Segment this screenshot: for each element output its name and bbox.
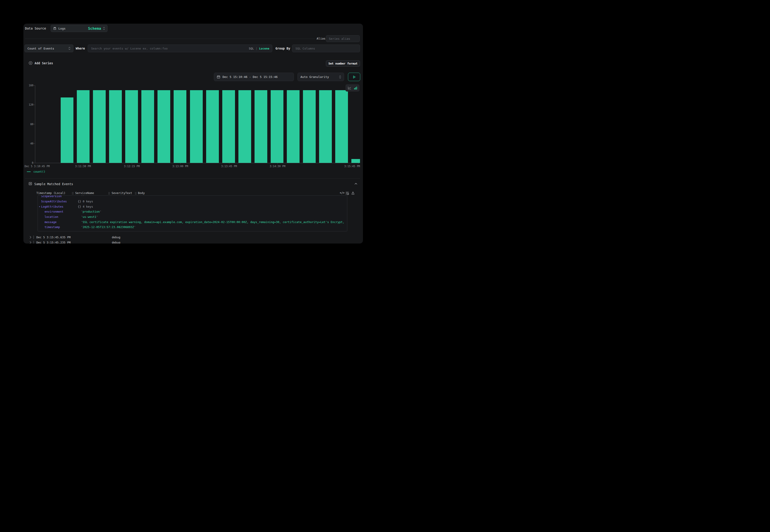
wrap-lines-icon[interactable] — [345, 191, 349, 195]
y-axis-tick-label: 0 — [23, 161, 33, 164]
detail-row[interactable]: timestamp "2025-12-05T13:57:23.082306893… — [38, 225, 347, 230]
granularity-select[interactable]: Auto Granularity — [297, 73, 344, 81]
download-icon[interactable] — [351, 191, 355, 195]
detail-row[interactable]: ▾ LogAttributes {} 4 keys — [38, 205, 347, 210]
attribute-key: timestamp — [45, 225, 60, 229]
search-input[interactable] — [91, 47, 246, 50]
calendar-icon — [217, 75, 220, 79]
alias-input[interactable] — [328, 37, 357, 41]
lucene-toggle[interactable]: Lucene — [259, 47, 269, 50]
legend-swatch — [27, 172, 31, 172]
chart-bar[interactable] — [351, 159, 360, 163]
severity-bar — [33, 236, 34, 239]
collapse-triangle-icon[interactable]: ▾ — [39, 205, 40, 208]
detail-row[interactable]: environment "production" — [38, 210, 347, 215]
attribute-key: environment — [45, 210, 63, 213]
braces-icon: {} — [78, 205, 81, 208]
chart-bar[interactable] — [222, 90, 235, 163]
detail-row[interactable]: message "SSL certificate expiration warn… — [38, 220, 347, 225]
schema-link[interactable]: Schema — [88, 26, 101, 31]
attribute-key: ScopeVersion — [41, 195, 62, 198]
detail-row[interactable]: ScopeVersion "" — [38, 195, 347, 199]
x-axis-tick-label: 3:13:00 PM — [167, 165, 194, 168]
y-axis-tick-label: 80 — [23, 123, 33, 126]
x-axis-tick — [277, 163, 278, 164]
expand-chevron-icon[interactable] — [30, 236, 31, 239]
x-axis-tick-label: 3:15:45 PM — [323, 165, 360, 168]
chart-bar[interactable] — [141, 90, 154, 163]
event-row[interactable]: Dec 5 3:15:45.635 PM debug — [23, 235, 363, 240]
braces-icon: {} — [78, 200, 81, 203]
event-row[interactable]: Dec 5 3:15:45.235 PM debug — [23, 240, 363, 244]
keys-count: 0 keys — [83, 200, 93, 203]
bar-chart-icon[interactable] — [354, 86, 357, 90]
y-axis-tick-label: 160 — [23, 84, 33, 87]
legend-series-label[interactable]: count() — [33, 170, 45, 173]
sql-toggle[interactable]: SQL — [249, 47, 254, 50]
x-axis-tick-label: 3:14:30 PM — [264, 165, 291, 168]
code-view-icon[interactable]: </> — [340, 191, 344, 194]
alias-label: Alias — [316, 37, 325, 40]
x-axis-tick — [180, 163, 180, 164]
drag-handle-icon[interactable] — [72, 192, 74, 195]
database-icon — [53, 27, 56, 30]
add-series-button[interactable]: Add Series — [29, 61, 53, 65]
data-source-select[interactable]: Logs Schema — [51, 25, 107, 32]
drag-handle-icon[interactable] — [108, 192, 110, 195]
screen: { "colors": { "page_bg": "#000000", "pan… — [0, 0, 385, 266]
y-axis-tick — [34, 85, 35, 86]
column-header-servicename[interactable]: ServiceName — [75, 191, 94, 195]
chart-bar[interactable] — [254, 90, 267, 163]
attribute-value: us-west1 — [83, 215, 96, 219]
chart-bar[interactable] — [190, 90, 203, 163]
aggregation-select[interactable]: Count of Events — [25, 45, 73, 52]
chart-bars — [35, 85, 360, 163]
chart-bar[interactable] — [335, 90, 348, 163]
chart-bar[interactable] — [77, 90, 90, 163]
run-query-button[interactable] — [348, 73, 360, 81]
chart-bar[interactable] — [287, 90, 299, 163]
column-header-timestamp[interactable]: Timestamp (Local) — [36, 191, 65, 195]
chart-bar[interactable] — [303, 90, 316, 163]
chart-legend: count() — [27, 170, 45, 173]
x-axis-tick — [358, 163, 358, 164]
column-header-severitytext[interactable]: SeverityText — [112, 191, 132, 195]
group-by-input[interactable] — [295, 47, 357, 50]
detail-row[interactable]: ScopeAttributes {} 0 keys — [38, 200, 347, 205]
chevron-updown-icon — [68, 47, 70, 50]
chart-builder-panel: Data Source Logs Schema Alias Count of E… — [23, 24, 363, 244]
chart-bar[interactable] — [157, 90, 170, 163]
chart-bar[interactable] — [238, 90, 251, 163]
chart-bar[interactable] — [109, 90, 122, 163]
y-axis-tick — [34, 124, 35, 124]
chart-bar[interactable] — [271, 90, 283, 163]
where-label: Where — [76, 47, 85, 50]
severity-bar — [33, 241, 34, 244]
y-axis-tick — [34, 105, 35, 105]
y-axis-tick — [34, 143, 35, 144]
section-collapse-chevron-icon[interactable] — [354, 183, 357, 185]
chevron-updown-icon — [103, 27, 105, 30]
expand-chevron-icon[interactable] — [30, 241, 31, 244]
x-axis-tick-label: 3:11:30 PM — [69, 165, 97, 168]
bar-chart: 04080120160Dec 5 3:10:45 PM3:11:30 PM3:1… — [35, 85, 360, 163]
drag-handle-icon[interactable] — [135, 192, 137, 195]
set-number-format-button[interactable]: Set number format — [326, 60, 360, 67]
time-range-picker[interactable]: Dec 5 15:10:46 - Dec 5 15:15:46 — [214, 73, 294, 81]
add-series-label: Add Series — [35, 61, 53, 65]
chart-bar[interactable] — [61, 97, 73, 163]
column-header-body[interactable]: Body — [138, 191, 145, 195]
chart-bar[interactable] — [174, 90, 186, 163]
time-range-value: Dec 5 15:10:46 - Dec 5 15:15:46 — [222, 75, 278, 79]
x-axis-tick-label: Dec 5 3:10:45 PM — [25, 165, 50, 168]
circle-plus-icon — [29, 61, 32, 65]
chart-bar[interactable] — [93, 90, 106, 163]
chart-bar[interactable] — [125, 90, 138, 163]
x-axis-tick-label: 3:12:15 PM — [118, 165, 145, 168]
attribute-key: ScopeAttributes — [41, 200, 67, 203]
chart-bar[interactable] — [319, 90, 332, 163]
line-chart-icon[interactable] — [348, 86, 351, 90]
chart-bar[interactable] — [206, 90, 219, 163]
detail-row[interactable]: location "us-west1" — [38, 215, 347, 220]
chevron-updown-icon — [339, 75, 341, 79]
